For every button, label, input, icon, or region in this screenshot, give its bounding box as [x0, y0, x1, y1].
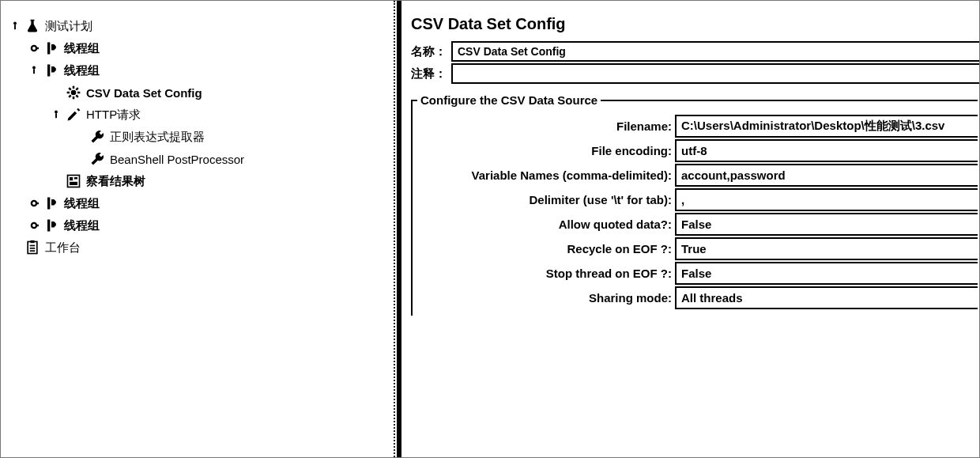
tree-label: CSV Data Set Config [86, 86, 202, 100]
tree-node-view-results[interactable]: 察看结果树 [10, 170, 392, 192]
encoding-label: File encoding: [417, 139, 675, 162]
tree-label: 测试计划 [45, 19, 92, 34]
svg-rect-26 [31, 240, 35, 243]
sharing-label: Sharing mode: [417, 286, 675, 309]
name-label: 名称： [409, 44, 447, 59]
svg-rect-16 [55, 113, 57, 118]
comment-row: 注释： [409, 63, 979, 84]
name-input[interactable] [451, 41, 979, 62]
toggle-closed-icon[interactable] [29, 44, 39, 53]
svg-rect-5 [33, 69, 35, 74]
filename-label: Filename: [417, 115, 675, 138]
svg-point-2 [32, 46, 36, 51]
panel-divider [394, 1, 395, 457]
pipette-icon [66, 107, 81, 123]
tree-label: 工作台 [45, 240, 81, 255]
config-panel: CSV Data Set Config 名称： 注释： Configure th… [400, 1, 979, 457]
sharing-input[interactable] [675, 286, 978, 309]
svg-rect-19 [74, 177, 77, 180]
svg-point-21 [32, 201, 36, 206]
filename-input[interactable] [675, 115, 978, 138]
tree-label: 线程组 [64, 218, 100, 233]
thread-icon [43, 218, 59, 233]
stop-label: Stop thread on EOF ?: [417, 262, 675, 285]
gear-icon [66, 85, 81, 100]
tree-panel: 测试计划 线程组 线程组 CSV Data Set Config [1, 1, 400, 457]
thread-icon [43, 62, 59, 78]
wrench-icon [89, 129, 105, 145]
svg-point-23 [32, 223, 36, 228]
recycle-label: Recycle on EOF ?: [417, 237, 675, 260]
tree-label: 线程组 [64, 196, 100, 211]
variables-row: Variable Names (comma-delimited): [417, 164, 978, 187]
fieldset-legend: Configure the CSV Data Source [417, 93, 601, 107]
csv-config-fieldset: Configure the CSV Data Source Filename: … [411, 93, 978, 316]
svg-line-13 [69, 95, 71, 97]
toggle-closed-icon[interactable] [29, 199, 39, 208]
encoding-input[interactable] [675, 139, 978, 162]
wrench-icon [89, 151, 105, 167]
tree-node-test-plan[interactable]: 测试计划 [10, 15, 392, 37]
encoding-row: File encoding: [417, 139, 978, 162]
svg-point-0 [13, 21, 17, 25]
results-tree-icon [66, 173, 81, 189]
svg-point-15 [55, 110, 58, 113]
thread-icon [43, 40, 59, 56]
tree-label: HTTP请求 [86, 108, 141, 123]
toggle-icon[interactable] [51, 110, 61, 119]
svg-rect-18 [70, 177, 73, 180]
recycle-row: Recycle on EOF ?: [417, 237, 978, 260]
tree-node-csv-config[interactable]: CSV Data Set Config [10, 81, 392, 104]
variables-input[interactable] [675, 164, 978, 187]
comment-label: 注释： [409, 66, 447, 81]
delimiter-input[interactable] [675, 188, 978, 211]
tree-label: BeanShell PostProcessor [110, 153, 244, 166]
tree-label: 线程组 [64, 63, 100, 78]
tree-node-http-request[interactable]: HTTP请求 [10, 104, 392, 126]
tree-node-thread-group-active[interactable]: 线程组 [10, 59, 392, 81]
tree-node-thread-group[interactable]: 线程组 [10, 37, 392, 59]
toggle-closed-icon[interactable] [29, 221, 39, 230]
flask-icon [24, 18, 40, 34]
filename-row: Filename: [417, 115, 978, 138]
svg-point-6 [71, 90, 77, 96]
svg-line-12 [76, 95, 78, 97]
tree-node-regex-extractor[interactable]: 正则表达式提取器 [10, 126, 392, 148]
svg-line-14 [76, 88, 78, 90]
svg-rect-1 [14, 25, 16, 29]
comment-input[interactable] [451, 63, 979, 84]
svg-rect-20 [70, 182, 77, 185]
sharing-row: Sharing mode: [417, 286, 978, 309]
tree-label: 线程组 [64, 41, 100, 56]
tree-node-thread-group[interactable]: 线程组 [10, 192, 392, 214]
tree-label: 察看结果树 [86, 174, 145, 189]
tree-node-workbench[interactable]: 工作台 [10, 237, 392, 259]
stop-input[interactable] [675, 262, 978, 285]
panel-title: CSV Data Set Config [411, 15, 979, 33]
variables-label: Variable Names (comma-delimited): [417, 164, 675, 187]
tree-node-thread-group[interactable]: 线程组 [10, 214, 392, 237]
toggle-icon[interactable] [29, 66, 39, 75]
thread-icon [43, 195, 59, 211]
toggle-icon[interactable] [10, 21, 20, 31]
tree-node-beanshell-post[interactable]: BeanShell PostProcessor [10, 148, 392, 170]
quoted-label: Allow quoted data?: [417, 213, 675, 236]
quoted-input[interactable] [675, 213, 978, 236]
delimiter-row: Delimiter (use '\t' for tab): [417, 188, 978, 211]
svg-line-11 [69, 88, 71, 90]
recycle-input[interactable] [675, 237, 978, 260]
svg-rect-17 [68, 176, 80, 187]
quoted-row: Allow quoted data?: [417, 213, 978, 236]
svg-point-4 [32, 66, 36, 69]
tree-label: 正则表达式提取器 [110, 130, 205, 145]
clipboard-icon [24, 240, 40, 255]
delimiter-label: Delimiter (use '\t' for tab): [417, 188, 675, 211]
name-row: 名称： [409, 41, 979, 62]
stop-row: Stop thread on EOF ?: [417, 262, 978, 285]
